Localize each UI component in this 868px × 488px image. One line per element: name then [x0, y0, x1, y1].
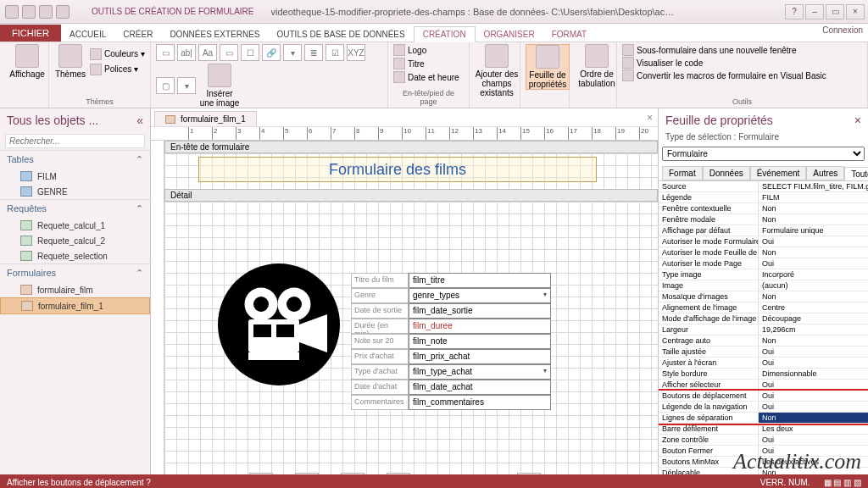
field-label[interactable]: Date de sortie	[351, 303, 409, 319]
property-row[interactable]: Boutons MinMaxLes deux activés	[659, 457, 868, 468]
property-row[interactable]: Style bordureDimensionnable	[659, 369, 868, 380]
property-row[interactable]: SourceSELECT FILM.film_titre, FILM.genre…	[659, 181, 868, 192]
field-control[interactable]: film_titre	[409, 273, 551, 288]
property-row[interactable]: Afficher sélecteurOui	[659, 380, 868, 391]
restore-icon[interactable]: ▭	[826, 4, 844, 19]
redo-icon[interactable]	[56, 5, 70, 19]
property-row[interactable]: Mode d'affichage de l'imageDécoupage	[659, 313, 868, 324]
connexion-link[interactable]: Connexion	[822, 25, 863, 35]
control-checkbox[interactable]: ☑	[326, 44, 344, 61]
property-row[interactable]: Zone contrôleOui	[659, 435, 868, 446]
close-doc-icon[interactable]: ×	[647, 112, 653, 124]
save-icon[interactable]	[22, 5, 36, 19]
tab-creer[interactable]: CRÉER	[114, 27, 161, 42]
chevron-left-icon[interactable]: «	[136, 114, 143, 127]
property-row[interactable]: Image(aucun)	[659, 280, 868, 291]
field-row[interactable]: Genregenre_types	[351, 288, 551, 303]
property-row[interactable]: Barre défilementLes deux	[659, 424, 868, 435]
field-row[interactable]: Note sur 20film_note	[351, 334, 551, 349]
property-row[interactable]: Bouton FermerOui	[659, 446, 868, 457]
qa-icon[interactable]	[5, 5, 19, 19]
nav-cat-tables[interactable]: Tables⌃	[0, 150, 150, 169]
field-control[interactable]: film_prix_achat	[409, 349, 551, 364]
property-row[interactable]: Autoriser le mode Feuille de dNon	[659, 247, 868, 258]
prop-tab[interactable]: Autres	[806, 166, 844, 180]
field-label[interactable]: Genre	[351, 288, 409, 303]
field-control[interactable]: genre_types	[409, 288, 551, 303]
field-row[interactable]: Durée (en min)film_duree	[351, 319, 551, 334]
nav-item[interactable]: formulaire_film_1	[0, 297, 150, 314]
nav-last-button[interactable]: ⏭	[387, 473, 410, 474]
nav-prev-button[interactable]: ◀	[295, 473, 319, 474]
nav-next-button[interactable]: ▶	[341, 473, 364, 474]
field-control[interactable]: film_date_achat	[409, 380, 551, 395]
prop-tab[interactable]: Événement	[750, 166, 807, 180]
affichage-button[interactable]: Affichage	[5, 44, 49, 79]
tab-donnees-externes[interactable]: DONNÉES EXTERNES	[161, 27, 268, 42]
control-option[interactable]: XYZ	[347, 44, 365, 61]
field-control[interactable]: film_duree	[409, 319, 551, 334]
property-row[interactable]: Type imageIncorporé	[659, 269, 868, 280]
convertir-macros-button[interactable]: Convertir les macros de formulaire en Vi…	[622, 69, 862, 81]
field-control[interactable]: film_type_achat	[409, 364, 551, 380]
field-row[interactable]: Commentairesfilm_commentaires	[351, 395, 551, 410]
field-label[interactable]: Prix d'achat	[351, 349, 409, 364]
property-row[interactable]: Mosaïque d'imagesNon	[659, 291, 868, 302]
help-icon[interactable]: ?	[785, 4, 804, 19]
tab-organiser[interactable]: ORGANISER	[476, 27, 543, 42]
property-row[interactable]: Boutons de déplacementOui	[659, 391, 868, 402]
ajouter-champs-button[interactable]: Ajouter des champs existants	[475, 44, 519, 97]
section-header-bar[interactable]: En-tête de formulaire	[164, 141, 658, 153]
inserer-image-button[interactable]: Insérer une image	[198, 64, 241, 108]
field-row[interactable]: Date de sortiefilm_date_sortie	[351, 303, 551, 319]
property-row[interactable]: Légende de la navigationOui	[659, 402, 868, 413]
nav-item[interactable]: Requete_selection	[0, 248, 150, 263]
property-row[interactable]: Affichage par défautFormulaire unique	[659, 225, 868, 236]
control-tab[interactable]: ☐	[241, 44, 259, 61]
sous-formulaire-button[interactable]: Sous-formulaire dans une nouvelle fenêtr…	[622, 44, 862, 56]
control-label[interactable]: Aa	[198, 44, 217, 61]
tab-file[interactable]: FICHIER	[0, 25, 61, 42]
date-heure-button[interactable]: Date et heure	[393, 71, 464, 83]
property-row[interactable]: DéplaçableNon	[659, 468, 868, 474]
property-row[interactable]: Lignes de séparationNon	[659, 413, 868, 424]
control-list[interactable]: ≣	[304, 44, 323, 61]
tab-format[interactable]: FORMAT	[543, 27, 595, 42]
control-frame[interactable]: ▢	[156, 77, 175, 94]
tab-creation[interactable]: CRÉATION	[414, 26, 476, 42]
prop-tab[interactable]: Données	[703, 166, 750, 180]
field-row[interactable]: Date d'achatfilm_date_achat	[351, 380, 551, 395]
close-property-icon[interactable]: ×	[854, 114, 861, 127]
nav-item[interactable]: Requete_calcul_2	[0, 233, 150, 248]
property-row[interactable]: LégendeFILM	[659, 192, 868, 203]
themes-button[interactable]: Thèmes	[54, 44, 86, 79]
polices-button[interactable]: Polices ▾	[90, 64, 145, 75]
nav-new-button[interactable]: ✳	[517, 473, 541, 474]
field-row[interactable]: Titre du filmfilm_titre	[351, 273, 551, 288]
view-switcher-icons[interactable]: ▦ ▤ ▥ ▧	[824, 478, 861, 487]
property-row[interactable]: Autoriser le mode PageOui	[659, 258, 868, 269]
property-row[interactable]: Autoriser le mode FormulaireOui	[659, 236, 868, 247]
field-control[interactable]: film_date_sortie	[409, 303, 551, 319]
couleurs-button[interactable]: Couleurs ▾	[90, 48, 145, 60]
control-button[interactable]: ▭	[220, 44, 238, 61]
control-pointer[interactable]: ▭	[156, 44, 175, 61]
field-control[interactable]: film_note	[409, 334, 551, 349]
tab-accueil[interactable]: ACCUEIL	[61, 27, 114, 42]
property-row[interactable]: Largeur19,296cm	[659, 324, 868, 336]
control-link[interactable]: 🔗	[262, 44, 281, 61]
control-more[interactable]: ▾	[177, 77, 196, 94]
field-row[interactable]: Type d'achatfilm_type_achat	[351, 364, 551, 380]
nav-search-input[interactable]	[5, 134, 145, 148]
field-label[interactable]: Note sur 20	[351, 334, 409, 349]
undo-icon[interactable]	[39, 5, 53, 19]
prop-tab[interactable]: Toutes	[844, 167, 868, 180]
field-row[interactable]: Prix d'achatfilm_prix_achat	[351, 349, 551, 364]
nav-cat-formulaires[interactable]: Formulaires⌃	[0, 263, 150, 282]
section-detail-bar[interactable]: Détail	[164, 189, 658, 202]
logo-button[interactable]: Logo	[393, 44, 464, 56]
nav-item[interactable]: FILM	[0, 169, 150, 184]
tab-outils-bdd[interactable]: OUTILS DE BASE DE DONNÉES	[269, 27, 414, 42]
nav-item[interactable]: formulaire_film	[0, 282, 150, 297]
close-icon[interactable]: ×	[846, 4, 865, 19]
